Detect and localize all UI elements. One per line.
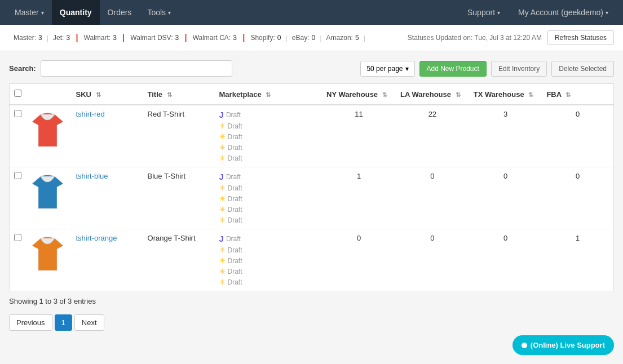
walmart-draft-label: Draft — [228, 216, 242, 224]
nav-quantity[interactable]: Quantity — [52, 0, 100, 25]
status-shopify-count: 0 — [277, 34, 281, 42]
header-fba[interactable]: FBA ⇅ — [542, 84, 613, 105]
row-sku-cell: tshirt-orange — [72, 229, 143, 291]
edit-inventory-button[interactable]: Edit Inventory — [491, 61, 547, 77]
nav-support-caret: ▾ — [497, 10, 500, 16]
product-image — [31, 172, 65, 211]
walmart-icon: ✳ — [219, 278, 226, 286]
row-tx-cell: 0 — [469, 167, 542, 229]
top-nav: Master ▾ Quantity Orders Tools ▾ Support… — [0, 0, 623, 25]
header-image — [26, 84, 72, 105]
walmart-icon: ✳ — [219, 132, 226, 141]
status-walmart: Walmart: 3 — [79, 34, 121, 42]
status-jet: Jet: 3 — [48, 34, 74, 42]
header-title-label: Title — [148, 90, 163, 99]
row-marketplace-cell: J Draft ✳ Draft ✳ Draft ✳ Draft ✳ Draft — [215, 229, 322, 291]
jet-draft-label: Draft — [226, 173, 241, 181]
header-tx-warehouse[interactable]: TX Warehouse ⇅ — [469, 84, 542, 105]
live-support-button[interactable]: (Online) Live Support — [512, 335, 614, 340]
delete-selected-button[interactable]: Delete Selected — [551, 61, 614, 77]
tx-quantity: 0 — [503, 234, 507, 242]
header-ny-warehouse[interactable]: NY Warehouse ⇅ — [322, 84, 396, 105]
header-sku[interactable]: SKU ⇅ — [72, 84, 143, 105]
header-sku-label: SKU — [76, 90, 91, 99]
row-image-cell — [26, 229, 72, 291]
nav-tools[interactable]: Tools ▾ — [139, 0, 179, 25]
product-title: Red T-Shirt — [148, 110, 185, 118]
refresh-statuses-button[interactable]: Refresh Statuses — [547, 30, 614, 45]
nav-account[interactable]: My Account (geekdemo) ▾ — [510, 0, 616, 25]
walmart-draft-label: Draft — [228, 184, 242, 192]
row-tx-cell: 3 — [469, 105, 542, 167]
status-shopify-label: Shopify: — [250, 34, 275, 42]
main-content: Search: 50 per page ▾ Add New Product Ed… — [0, 51, 623, 340]
walmart-icon: ✳ — [219, 194, 226, 203]
row-title-cell: Orange T-Shirt — [143, 229, 215, 291]
nav-tools-label: Tools — [147, 8, 166, 17]
select-all-checkbox[interactable] — [14, 90, 21, 97]
div-4: | — [242, 33, 245, 43]
header-marketplace-label: Marketplace — [219, 90, 262, 99]
nav-tools-caret: ▾ — [168, 10, 171, 16]
row-sku-cell: tshirt-red — [72, 105, 143, 167]
walmart-icon: ✳ — [219, 184, 226, 192]
sep-4: | — [364, 34, 365, 42]
table-header-row: SKU ⇅ Title ⇅ Marketplace ⇅ NY Warehouse… — [10, 84, 614, 105]
walmart-icon: ✳ — [219, 122, 226, 130]
fba-sort-icon: ⇅ — [565, 91, 571, 98]
row-checkbox-cell[interactable] — [10, 229, 26, 291]
fba-quantity: 0 — [576, 172, 580, 180]
row-checkbox[interactable] — [14, 234, 21, 241]
la-quantity: 0 — [430, 172, 434, 180]
search-input[interactable] — [41, 60, 232, 77]
header-tx-label: TX Warehouse — [474, 90, 524, 99]
jet-draft-label: Draft — [226, 235, 241, 243]
row-checkbox[interactable] — [14, 110, 21, 117]
marketplace-jet: J Draft — [219, 110, 318, 119]
div-3: | — [184, 33, 187, 43]
walmart-icon: ✳ — [219, 205, 226, 214]
walmart-icon: ✳ — [219, 256, 226, 265]
row-checkbox-cell[interactable] — [10, 105, 26, 167]
table-row: tshirt-red Red T-Shirt J Draft ✳ Draft ✳… — [10, 105, 614, 167]
next-button[interactable]: Next — [74, 314, 104, 331]
div-2: | — [122, 33, 125, 43]
add-new-product-button[interactable]: Add New Product — [419, 61, 487, 77]
fba-quantity: 1 — [576, 234, 580, 242]
status-shopify: Shopify: 0 — [246, 34, 285, 42]
header-marketplace[interactable]: Marketplace ⇅ — [215, 84, 322, 105]
header-title[interactable]: Title ⇅ — [143, 84, 215, 105]
row-checkbox[interactable] — [14, 172, 21, 179]
row-la-cell: 0 — [396, 167, 469, 229]
nav-master[interactable]: Master ▾ — [7, 0, 52, 25]
status-amazon-count: 5 — [355, 34, 359, 42]
nav-left: Master ▾ Quantity Orders Tools ▾ — [7, 0, 179, 25]
search-bar: Search: 50 per page ▾ Add New Product Ed… — [9, 60, 614, 77]
nav-support[interactable]: Support ▾ — [459, 0, 508, 25]
previous-button[interactable]: Previous — [9, 314, 52, 331]
row-ny-cell: 1 — [322, 167, 396, 229]
walmart-draft-label: Draft — [228, 144, 242, 152]
nav-orders[interactable]: Orders — [100, 0, 140, 25]
walmart-draft-label: Draft — [228, 133, 242, 141]
marketplace-walmart: ✳ Draft — [219, 132, 318, 141]
marketplace-walmart: ✳ Draft — [219, 278, 318, 286]
la-quantity: 22 — [428, 110, 436, 118]
walmart-draft-label: Draft — [228, 206, 242, 214]
page-1-button[interactable]: 1 — [55, 314, 72, 331]
row-checkbox-cell[interactable] — [10, 167, 26, 229]
status-walmart-ca-count: 3 — [233, 34, 237, 42]
walmart-icon: ✳ — [219, 216, 226, 224]
jet-icon: J — [219, 110, 224, 119]
nav-master-caret: ▾ — [41, 10, 44, 16]
per-page-caret: ▾ — [405, 65, 409, 73]
row-marketplace-cell: J Draft ✳ Draft ✳ Draft ✳ Draft ✳ Draft — [215, 167, 322, 229]
header-checkbox[interactable] — [10, 84, 26, 105]
ny-quantity: 1 — [357, 172, 361, 180]
header-la-warehouse[interactable]: LA Warehouse ⇅ — [396, 84, 469, 105]
row-image-cell — [26, 167, 72, 229]
status-amazon: Amazon: 5 — [322, 34, 364, 42]
per-page-button[interactable]: 50 per page ▾ — [360, 61, 414, 77]
la-quantity: 0 — [430, 234, 434, 242]
status-walmart-dsv-label: Walmart DSV: — [130, 34, 173, 42]
